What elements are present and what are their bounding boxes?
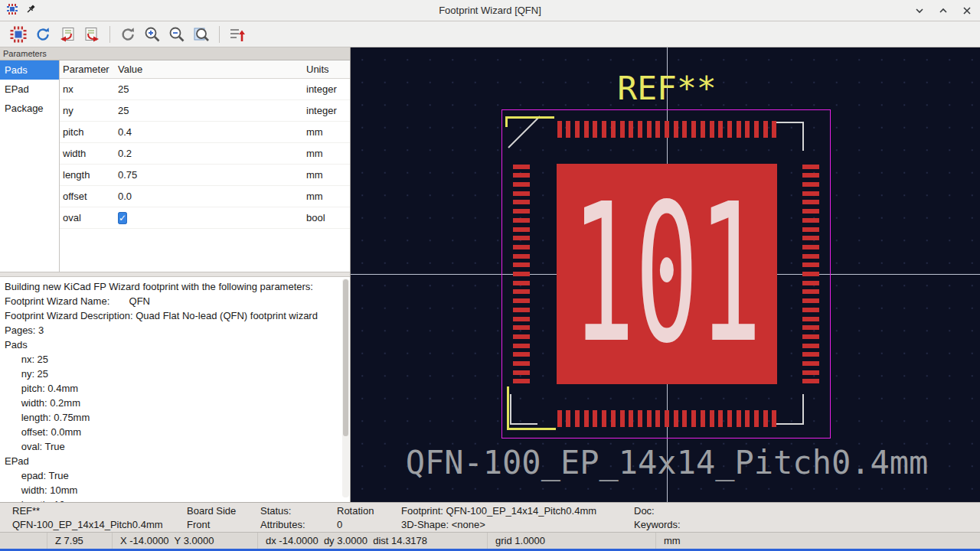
pad: [584, 121, 589, 138]
pad: [513, 209, 530, 214]
message-line: pitch: 0.4mm: [5, 381, 345, 396]
status-zoom: Z 7.95: [47, 533, 113, 549]
pad: [802, 361, 819, 366]
minimize-button[interactable]: [913, 4, 926, 18]
pad: [802, 352, 819, 357]
pad: [802, 298, 819, 303]
scrollbar-thumb[interactable]: [343, 279, 348, 436]
pad: [710, 121, 714, 138]
update-wizard-button[interactable]: [31, 24, 55, 45]
pad: [513, 227, 530, 232]
param-value[interactable]: 0.4: [118, 126, 306, 138]
zoom-fit-icon: [192, 25, 211, 44]
header-units: Units: [306, 64, 350, 75]
param-value[interactable]: 0.75: [118, 169, 306, 181]
pad: [802, 245, 819, 249]
status-position: X -14.0000 Y 3.0000: [113, 533, 258, 549]
pad: [513, 370, 530, 375]
pad: [629, 410, 633, 427]
pad: [513, 352, 530, 357]
header-value: Value: [118, 64, 306, 75]
pad: [737, 410, 741, 427]
param-value[interactable]: 0.0: [118, 191, 306, 202]
oval-checkbox[interactable]: ✓: [118, 212, 127, 224]
export-to-editor-icon: [228, 25, 247, 44]
prev-page-icon: [58, 25, 77, 44]
header-parameter: Parameter: [60, 64, 118, 75]
export-footprint-to-editor-button[interactable]: [225, 24, 250, 45]
silkscreen-segment: [776, 423, 804, 425]
pad: [802, 173, 819, 178]
pad: [620, 410, 625, 427]
zoom-in-button[interactable]: [140, 24, 165, 45]
message-line: Footprint Wizard Description: Quad Flat …: [5, 308, 345, 323]
pad: [513, 298, 530, 303]
window-title: Footprint Wizard [QFN]: [0, 0, 980, 21]
next-parameters-page-button[interactable]: [80, 24, 104, 45]
status-grid: grid 1.0000: [488, 533, 656, 549]
next-page-icon: [83, 25, 101, 44]
message-line: ny: 25: [5, 367, 345, 381]
maximize-button[interactable]: [936, 4, 950, 18]
fab-layer-segment: [507, 386, 509, 430]
pad: [737, 121, 741, 138]
page-item-pads[interactable]: Pads: [0, 60, 59, 80]
silkscreen-segment: [510, 394, 511, 425]
board-side-label: Board Side: [187, 505, 236, 517]
page-item-epad[interactable]: EPad: [0, 80, 59, 99]
table-row: nx 25 integer: [60, 79, 350, 100]
canvas[interactable]: REF** 101 QFN-100_EP_14x14_Pitch0.4mm: [351, 47, 980, 502]
toolbar-separator: [219, 26, 220, 43]
zoom-fit-button[interactable]: [189, 24, 214, 45]
info-bar: REF** QFN-100_EP_14x14_Pitch0.4mm Board …: [0, 502, 980, 532]
pad: [566, 410, 570, 427]
param-units: mm: [306, 169, 350, 181]
pad: [513, 325, 530, 330]
pad: [513, 317, 530, 321]
zoom-out-button[interactable]: [165, 24, 189, 45]
pad: [802, 317, 819, 321]
pad: [701, 121, 705, 138]
param-value[interactable]: 25: [118, 83, 306, 95]
param-value[interactable]: 25: [118, 105, 306, 116]
scrollbar[interactable]: [342, 279, 349, 497]
grid-header: Parameter Value Units: [60, 60, 350, 79]
param-value[interactable]: 0.2: [118, 148, 306, 159]
param-units: integer: [306, 83, 350, 95]
pad: [513, 182, 530, 187]
param-name: ny: [60, 105, 118, 116]
message-panel: Building new KiCad FP Wizard footprint w…: [0, 277, 350, 502]
pad: [718, 410, 723, 427]
prev-parameters-page-button[interactable]: [55, 24, 80, 45]
pad: [638, 410, 642, 427]
select-wizard-button[interactable]: [6, 24, 31, 45]
pad: [802, 200, 819, 204]
pad: [513, 245, 530, 249]
pad: [763, 121, 768, 138]
message-line: oval: True: [5, 439, 345, 454]
pad: [802, 209, 819, 214]
pad: [691, 410, 696, 427]
pad: [655, 121, 660, 138]
pad: [802, 281, 819, 285]
footprint-label: Footprint: QFN-100_EP_14x14_Pitch0.4mm: [401, 505, 596, 517]
redraw-button[interactable]: [116, 24, 140, 45]
parameters-grid: Parameter Value Units nx 25 integer ny 2…: [60, 60, 350, 272]
message-line: Footprint Wizard Name: QFN: [5, 294, 345, 308]
pad: [513, 165, 530, 169]
page-item-package[interactable]: Package: [0, 99, 59, 118]
pad: [802, 272, 819, 276]
message-line: width: 10mm: [5, 483, 345, 497]
pad: [647, 410, 652, 427]
pad: [674, 121, 678, 138]
pad: [754, 410, 759, 427]
info-ref: REF**: [12, 505, 40, 517]
pad: [802, 254, 819, 259]
pad: [575, 121, 580, 138]
pad: [513, 334, 530, 339]
pad: [513, 361, 530, 366]
close-button[interactable]: [960, 4, 974, 18]
pad: [513, 379, 530, 383]
board-side-value: Front: [187, 519, 210, 530]
pad: [557, 410, 562, 427]
